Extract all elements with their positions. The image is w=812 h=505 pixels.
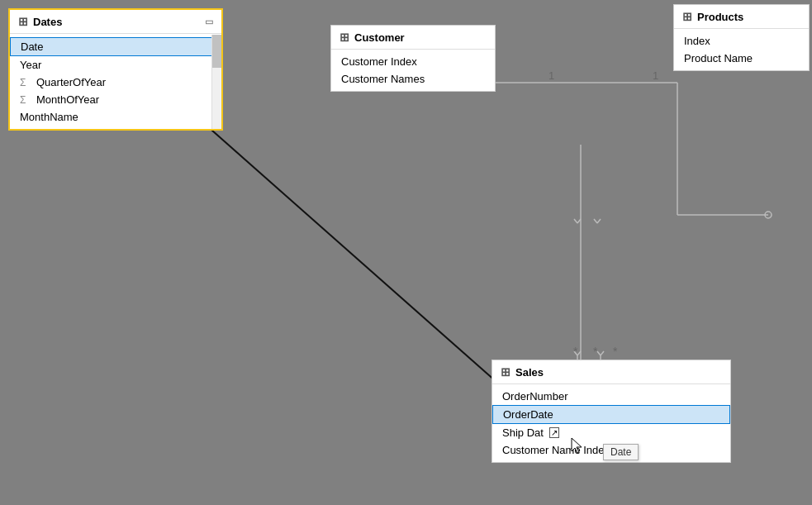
sales-field-orderdate[interactable]: OrderDate <box>492 405 730 424</box>
dates-table: ⊞ Dates ▭ Date Year Σ QuarterOfYear Σ Mo… <box>8 8 223 131</box>
dates-collapse-icon[interactable]: ▭ <box>205 17 213 27</box>
sales-field-orderdate-label: OrderDate <box>503 408 553 421</box>
products-table-title: Products <box>697 11 743 23</box>
customer-table-header: ⊞ Customer <box>331 26 495 50</box>
dates-field-monthofyear[interactable]: Σ MonthOfYear <box>10 91 221 108</box>
products-field-index-label: Index <box>684 35 710 47</box>
products-table-header: ⊞ Products <box>674 5 809 29</box>
dates-scrollbar-thumb <box>212 35 221 68</box>
dates-table-body: Date Year Σ QuarterOfYear Σ MonthOfYear … <box>10 34 221 129</box>
sigma-icon-2: Σ <box>20 94 31 106</box>
svg-text:*: * <box>593 345 598 358</box>
customer-field-names-label: Customer Names <box>341 73 425 85</box>
dates-field-monthname[interactable]: MonthName <box>10 108 221 126</box>
customer-field-index[interactable]: Customer Index <box>331 53 495 70</box>
products-table-icon: ⊞ <box>682 10 692 23</box>
dates-scrollbar[interactable] <box>211 35 221 129</box>
svg-text:*: * <box>613 345 618 358</box>
dates-field-monthname-label: MonthName <box>20 111 78 123</box>
svg-point-12 <box>765 212 772 218</box>
svg-text:1: 1 <box>548 69 554 82</box>
customer-field-names[interactable]: Customer Names <box>331 70 495 88</box>
sales-table-icon: ⊞ <box>501 365 510 379</box>
customer-field-index-label: Customer Index <box>341 55 417 68</box>
dates-field-quarterofyear[interactable]: Σ QuarterOfYear <box>10 74 221 91</box>
dates-field-year-label: Year <box>20 59 41 71</box>
dates-table-icon: ⊞ <box>18 15 28 28</box>
customer-table-body: Customer Index Customer Names <box>331 50 495 91</box>
products-table-body: Index Product Name <box>674 29 809 70</box>
sigma-icon-1: Σ <box>20 77 31 88</box>
tooltip-text: Date <box>610 446 631 458</box>
products-field-index[interactable]: Index <box>674 32 809 50</box>
svg-text:1: 1 <box>653 69 658 82</box>
customer-table: ⊞ Customer Customer Index Customer Names <box>330 25 496 92</box>
dates-field-quarterofyear-label: QuarterOfYear <box>36 76 106 88</box>
dates-field-year[interactable]: Year <box>10 56 221 74</box>
dates-field-date-label: Date <box>21 40 43 53</box>
sales-field-shipdate-label: Ship Dat <box>502 426 544 439</box>
customer-table-icon: ⊞ <box>340 31 349 44</box>
sales-table-title: Sales <box>515 366 544 379</box>
sales-table-header: ⊞ Sales <box>492 360 730 384</box>
dates-field-monthofyear-label: MonthOfYear <box>36 93 99 106</box>
sales-field-ordernumber-label: OrderNumber <box>502 390 567 403</box>
dates-table-header: ⊞ Dates ▭ <box>10 10 221 34</box>
dates-table-title: Dates <box>33 16 62 28</box>
customer-table-title: Customer <box>354 31 405 44</box>
sales-field-shipdate[interactable]: Ship Dat↗ <box>492 424 730 441</box>
dates-field-date[interactable]: Date <box>10 37 221 56</box>
products-field-productname[interactable]: Product Name <box>674 50 809 67</box>
tooltip-popup: Date <box>603 444 639 460</box>
products-table: ⊞ Products Index Product Name <box>673 4 810 71</box>
sales-field-shipdate-icon: ↗ <box>549 427 559 438</box>
svg-text:*: * <box>573 345 578 358</box>
products-field-productname-label: Product Name <box>684 52 753 64</box>
sales-field-customernameindex-label: Customer Name Index <box>502 444 610 456</box>
sales-field-ordernumber[interactable]: OrderNumber <box>492 388 730 405</box>
